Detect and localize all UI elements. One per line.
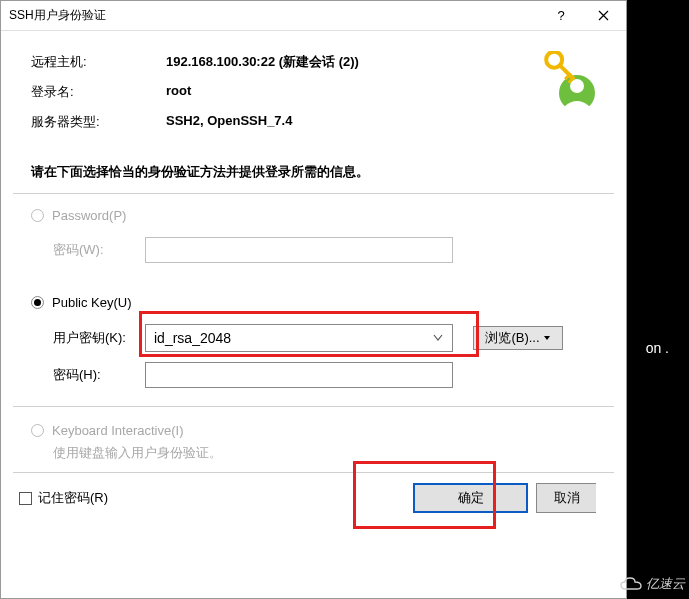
- help-button[interactable]: ?: [541, 1, 581, 31]
- key-password-input[interactable]: [145, 362, 453, 388]
- cancel-button[interactable]: 取消: [536, 483, 596, 513]
- remote-host-label: 远程主机:: [31, 53, 166, 71]
- instruction-text: 请在下面选择恰当的身份验证方法并提供登录所需的信息。: [1, 145, 626, 193]
- server-type-label: 服务器类型:: [31, 113, 166, 131]
- ki-sub-text: 使用键盘输入用户身份验证。: [31, 444, 596, 462]
- bottom-bar: 记住密码(R) 确定 取消: [1, 473, 626, 513]
- remember-password-checkbox[interactable]: [19, 492, 32, 505]
- publickey-section: Public Key(U) 用户密钥(K): id_rsa_2048 浏览(B)…: [1, 281, 626, 406]
- browse-button[interactable]: 浏览(B)...: [473, 326, 563, 350]
- connection-info: 远程主机: 192.168.100.30:22 (新建会话 (2)) 登录名: …: [1, 31, 626, 145]
- login-name-label: 登录名:: [31, 83, 166, 101]
- password-radio: [31, 209, 44, 222]
- close-button[interactable]: [581, 1, 626, 31]
- ki-radio: [31, 424, 44, 437]
- dropdown-arrow-icon: [543, 334, 551, 342]
- titlebar: SSH用户身份验证 ?: [1, 1, 626, 31]
- remote-host-value: 192.168.100.30:22 (新建会话 (2)): [166, 53, 359, 71]
- publickey-radio-label: Public Key(U): [52, 295, 131, 310]
- watermark: 亿速云: [620, 575, 685, 593]
- ki-radio-label: Keyboard Interactive(I): [52, 423, 184, 438]
- login-name-value: root: [166, 83, 191, 101]
- key-user-icon: [537, 51, 601, 115]
- key-password-label: 密码(H):: [53, 366, 145, 384]
- keyboard-interactive-section: Keyboard Interactive(I) 使用键盘输入用户身份验证。: [1, 407, 626, 472]
- user-key-value: id_rsa_2048: [154, 330, 231, 346]
- password-input: [145, 237, 453, 263]
- publickey-radio[interactable]: [31, 296, 44, 309]
- cloud-icon: [620, 577, 642, 591]
- ok-button[interactable]: 确定: [413, 483, 528, 513]
- chevron-down-icon: [432, 330, 444, 344]
- dialog-title: SSH用户身份验证: [9, 7, 541, 24]
- user-key-label: 用户密钥(K):: [53, 329, 145, 347]
- remember-password-label: 记住密码(R): [38, 489, 108, 507]
- server-type-value: SSH2, OpenSSH_7.4: [166, 113, 292, 131]
- password-section: Password(P) 密码(W):: [1, 194, 626, 281]
- user-key-dropdown[interactable]: id_rsa_2048: [145, 324, 453, 352]
- background-text: on .: [646, 340, 669, 356]
- password-radio-label: Password(P): [52, 208, 126, 223]
- ssh-auth-dialog: SSH用户身份验证 ? 远程主机: 192.168.100.30:22 (新建会…: [0, 0, 627, 599]
- password-field-label: 密码(W):: [53, 241, 145, 259]
